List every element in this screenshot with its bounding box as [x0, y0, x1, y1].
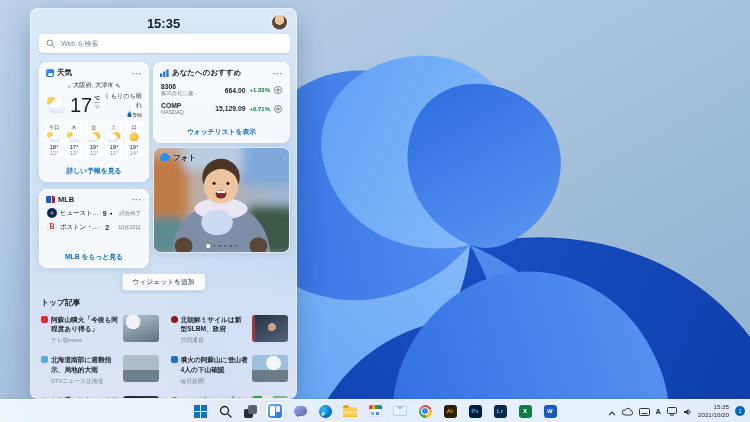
store-button[interactable]	[365, 401, 385, 421]
photoshop-button[interactable]: Ps	[465, 401, 485, 421]
mail-icon	[393, 406, 407, 416]
mlb-menu-button[interactable]: ···	[132, 196, 142, 203]
edit-location-icon[interactable]: ✎	[116, 82, 121, 89]
file-explorer-button[interactable]	[340, 401, 360, 421]
weather-widget-icon	[46, 69, 54, 77]
photos-widget[interactable]: フォト ···	[153, 147, 290, 253]
news-header: トップ記事	[41, 297, 288, 308]
news-item[interactable]: 北朝鮮ミサイルは新型SLBM、政府 共同通信	[171, 315, 289, 345]
photos-menu-button[interactable]: ···	[273, 155, 283, 162]
forecast-weather-icon	[47, 132, 61, 143]
notification-badge[interactable]: 1	[735, 406, 745, 416]
web-search-bar[interactable]	[39, 34, 290, 53]
forecast-weather-icon	[107, 132, 121, 143]
panel-clock: 15:35	[31, 16, 296, 31]
cloud-icon	[622, 408, 633, 416]
illustrator-button[interactable]: Ai	[440, 401, 460, 421]
mlb-more-link[interactable]: MLB をもっと見る	[40, 248, 148, 267]
photoshop-icon: Ps	[469, 405, 482, 418]
keyboard-icon	[639, 408, 650, 416]
unit-toggle[interactable]: °C °F	[94, 95, 100, 110]
news-thumbnail	[252, 315, 288, 342]
stock-row[interactable]: 8306 株式会社三菱... 664.00 +1.33%	[154, 80, 289, 99]
stocks-title: あなたへのおすすめ	[172, 68, 241, 78]
mlb-game-row[interactable]: ★ ヒューストンアスト... 9 ◂ 試合終了	[40, 206, 148, 220]
news-item[interactable]: 阿蘇山噴火「今後も同程度あり得る」 テレ朝news	[41, 315, 159, 345]
edge-button[interactable]	[315, 401, 335, 421]
taskbar-search-button[interactable]	[215, 401, 235, 421]
widgets-button[interactable]	[265, 401, 285, 421]
add-to-watchlist-button[interactable]	[274, 105, 282, 113]
forecast-weather-icon	[67, 132, 81, 143]
chat-icon	[294, 406, 307, 417]
add-to-watchlist-button[interactable]	[274, 86, 282, 94]
photo-pagination-dots[interactable]	[206, 244, 238, 248]
news-item[interactable]: 北海道南部に避難指示、局地的大雨 STVニュース北海道	[41, 355, 159, 385]
forecast-day[interactable]: 日 19° 14°	[125, 122, 143, 159]
mlb-widget[interactable]: MLB ··· ★ ヒューストンアスト... 9 ◂ 試合終了 B ボストン・レ…	[39, 189, 149, 268]
redsox-logo-icon: B	[47, 222, 57, 232]
lightroom-icon: Lr	[494, 405, 507, 418]
task-view-icon	[244, 405, 257, 418]
chrome-button[interactable]	[415, 401, 435, 421]
task-view-button[interactable]	[240, 401, 260, 421]
astros-logo-icon: ★	[47, 208, 57, 218]
touch-keyboard-button[interactable]	[639, 402, 650, 420]
news-thumbnail	[123, 355, 159, 382]
forecast-day[interactable]: 今日 18° 12°	[45, 122, 63, 159]
mlb-logo-icon	[46, 196, 55, 203]
news-source-icon	[41, 316, 48, 323]
weather-menu-button[interactable]: ···	[132, 70, 142, 77]
excel-button[interactable]: X	[515, 401, 535, 421]
onedrive-tray-button[interactable]	[622, 402, 633, 420]
widgets-panel: 15:35 天気 ··· ⌂ 大阪府, 大津市 ✎	[30, 8, 297, 399]
chat-button[interactable]	[290, 401, 310, 421]
speaker-icon	[683, 408, 692, 416]
taskbar: Ai Ps Lr X W	[0, 399, 750, 422]
tray-time: 15:35	[698, 403, 729, 411]
search-icon	[46, 39, 55, 48]
excel-icon: X	[519, 405, 532, 418]
weather-location[interactable]: ⌂ 大阪府, 大津市 ✎	[40, 81, 148, 90]
weather-detail-link[interactable]: 詳しい予報を見る	[40, 162, 148, 181]
network-icon	[667, 407, 677, 416]
add-widget-button[interactable]: ウィジェットを追加	[121, 273, 205, 291]
ime-mode-button[interactable]: A	[656, 407, 661, 416]
illustrator-icon: Ai	[444, 405, 457, 418]
weather-title: 天気	[57, 68, 72, 78]
volume-button[interactable]	[683, 402, 692, 420]
system-tray: A 15:35 2021/10/20 1	[608, 400, 745, 422]
stocks-menu-button[interactable]: ···	[273, 70, 283, 77]
hidden-icons-button[interactable]	[608, 402, 616, 420]
edge-icon	[319, 405, 332, 418]
news-feed: トップ記事 阿蘇山噴火「今後も同程度あり得る」 テレ朝news	[41, 297, 288, 399]
search-input[interactable]	[59, 39, 283, 48]
precipitation: 5%	[102, 110, 142, 119]
network-button[interactable]	[667, 402, 677, 420]
news-item[interactable]: 噴火の阿蘇山に登山者 4人の下山確認 毎日新聞	[171, 355, 289, 385]
clock-date-button[interactable]: 15:35 2021/10/20	[698, 403, 729, 419]
news-source-icon	[171, 316, 178, 323]
lightroom-button[interactable]: Lr	[490, 401, 510, 421]
forecast-day[interactable]: 土 19° 11°	[105, 122, 123, 159]
mlb-game-row[interactable]: B ボストン・レッドソ... 2 10月20日	[40, 220, 148, 234]
mail-button[interactable]	[390, 401, 410, 421]
watchlist-link[interactable]: ウォッチリストを表示	[154, 123, 289, 142]
news-thumbnail	[123, 315, 159, 342]
desktop: 15:35 天気 ··· ⌂ 大阪府, 大津市 ✎	[0, 0, 750, 422]
weather-widget[interactable]: 天気 ··· ⌂ 大阪府, 大津市 ✎ 17 °C °F くもりのち	[39, 62, 149, 182]
forecast-day[interactable]: 金 19° 12°	[85, 122, 103, 159]
user-avatar[interactable]	[272, 15, 287, 30]
current-weather-icon	[46, 97, 68, 112]
home-icon: ⌂	[67, 83, 71, 89]
chrome-icon	[419, 405, 432, 418]
forecast-day[interactable]: 木 17° 13°	[65, 122, 83, 159]
start-button[interactable]	[190, 401, 210, 421]
stock-row[interactable]: COMP NASDAQ 15,129.09 +0.71%	[154, 99, 289, 117]
photos-title: フォト	[173, 153, 196, 163]
stocks-widget[interactable]: あなたへのおすすめ ··· 8306 株式会社三菱... 664.00 +1.3…	[153, 62, 290, 143]
news-source-icon	[171, 356, 178, 363]
weather-condition: くもりのち晴れ	[102, 91, 142, 110]
word-button[interactable]: W	[540, 401, 560, 421]
forecast-weather-icon	[127, 132, 141, 143]
